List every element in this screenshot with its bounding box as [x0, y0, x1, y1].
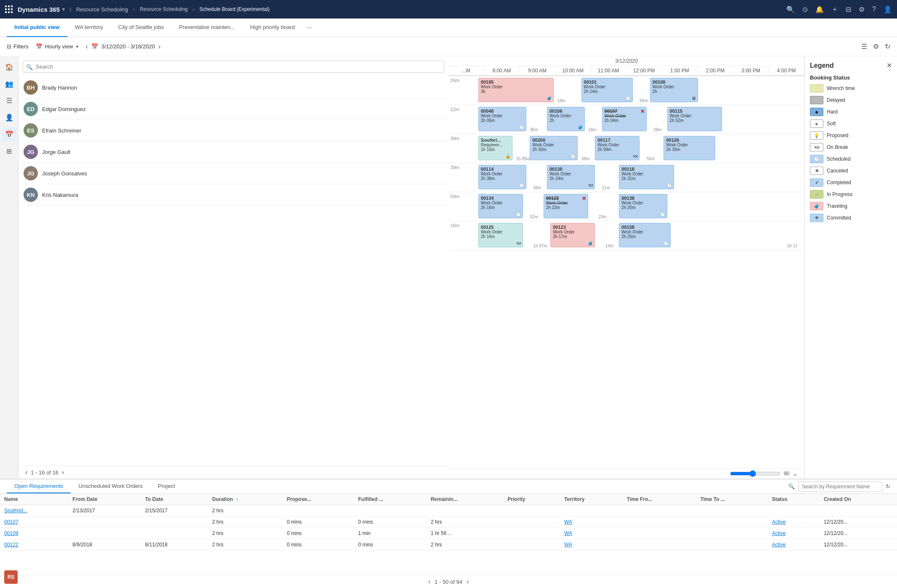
cell-name[interactable]: 00107	[0, 516, 68, 528]
booking-block[interactable]: Southri... Requirem... 1h 15m 🔒	[478, 136, 513, 160]
schedule-date-label: 3/12/2020	[615, 58, 637, 64]
view-selector[interactable]: 📅 Hourly view ▾	[32, 42, 81, 51]
booking-block[interactable]: 00185 Work Order 3h 🧳	[478, 78, 554, 102]
tab-more[interactable]: ···	[303, 24, 316, 32]
booking-block[interactable]: 00138 Work Order 2h 20m 🕐	[619, 194, 667, 218]
refresh-icon[interactable]: ↻	[885, 42, 890, 50]
legend-item-proposed: 💡 Proposed	[810, 131, 892, 140]
tab-open-requirements[interactable]: Open Requirements	[7, 479, 71, 493]
zoom-slider[interactable]	[730, 470, 780, 477]
resource-item[interactable]: ES Efrain Schreiner	[19, 120, 448, 141]
legend-item-delayed: Delayed	[810, 96, 892, 104]
bottom-search-input[interactable]	[798, 482, 882, 492]
help-icon[interactable]: ?	[872, 5, 876, 13]
legend-close-button[interactable]: ✕	[886, 61, 892, 69]
resource-item[interactable]: BH Brady Hannon	[19, 77, 448, 98]
tab-unscheduled[interactable]: Unscheduled Work Orders	[71, 479, 150, 493]
tasks-icon[interactable]: ⊙	[802, 5, 808, 13]
new-icon[interactable]: ＋	[831, 5, 838, 14]
booking-block[interactable]: 00126 Work Order 2h 30m	[663, 136, 715, 160]
tab-city-seattle[interactable]: City of Seattle jobs	[111, 19, 171, 37]
resource-item[interactable]: ED Edgar Dominguez	[19, 98, 448, 120]
filter-icon[interactable]: ⊟	[846, 5, 851, 13]
booking-block[interactable]: 00114 Work Order 2h 38m 🕐	[478, 165, 526, 189]
search-input[interactable]	[23, 61, 444, 73]
legend-label: Scheduled	[827, 156, 851, 162]
resource-item[interactable]: JG Joseph Gonsalves	[19, 163, 448, 184]
pagination-next[interactable]: ›	[62, 469, 64, 476]
legend-item-committed: 👁 Committed	[810, 214, 892, 222]
user-icon[interactable]: 👤	[884, 5, 892, 13]
tab-high-priority[interactable]: High priority board	[242, 19, 302, 37]
col-time-from: Time Fro...	[623, 494, 696, 505]
booking-block[interactable]: 00158 Work Order 2h 26m 🕐	[619, 223, 670, 247]
grid-icon[interactable]: ⊞	[2, 144, 16, 158]
legend-title: Legend	[810, 62, 834, 69]
booking-block[interactable]: 00118 Work Order 2h 31m 🕐	[619, 165, 674, 189]
booking-block[interactable]: 00125 Work Order 2h 16m 🍽	[478, 223, 523, 247]
booking-block[interactable]: 00100 Work Order 2h 🖥	[650, 78, 698, 102]
tab-wa-territory[interactable]: WA territory	[67, 19, 111, 37]
booking-block[interactable]: 00106 Work Order 2h 🧳	[547, 107, 585, 131]
schedule-row: 59m 00134 Work Order 2h 16m 🕐 00122	[448, 192, 804, 221]
list-view-icon[interactable]: ☰	[861, 42, 867, 50]
booking-block[interactable]: 00048 Work Order 2h 05m 🕐	[478, 107, 526, 131]
settings2-icon[interactable]: ⚙	[873, 42, 879, 50]
cell-status[interactable]: Active	[768, 516, 820, 528]
cell-status[interactable]: Active	[768, 539, 820, 551]
booking-block[interactable]: 00115 Work Order 2h 52m	[667, 107, 722, 131]
app-title-chevron[interactable]: ▾	[62, 7, 65, 12]
time-slot-header: ...M	[448, 66, 484, 75]
next-date-button[interactable]: ›	[158, 43, 160, 50]
cell-territory[interactable]: WA	[560, 528, 623, 539]
legend-swatch: ●	[810, 108, 823, 116]
resource-item[interactable]: JG Jorge Gault	[19, 141, 448, 163]
booking-block[interactable]: 00107 Work Order 2h 04m ✕	[602, 107, 647, 131]
avatar: JG	[24, 145, 38, 159]
filters-button[interactable]: ⊟ Filters	[7, 43, 28, 50]
booking-block[interactable]: 00200 Work Order 2h 30m 🕐	[530, 136, 578, 160]
cancel-x-icon: ✕	[582, 196, 586, 201]
booking-block[interactable]: 00130 Work Order 2h 24m 🍽	[547, 165, 595, 189]
booking-block[interactable]: 00117 Work Order 2h 09m 🍽	[595, 136, 640, 160]
booking-block[interactable]: 00122 Work Order 2h 23m ✕	[544, 194, 588, 218]
waffle-menu[interactable]	[5, 5, 13, 13]
cell-territory[interactable]: WA	[560, 539, 623, 551]
gap-label: 11m	[602, 185, 610, 190]
expand-row-button[interactable]: ⌄	[793, 470, 798, 477]
cell-name[interactable]: Southrid...	[0, 505, 68, 516]
booking-block[interactable]: 00101 Work Order 2h 14m 🕐	[581, 78, 633, 102]
tab-preventative[interactable]: Preventative mainten...	[171, 19, 242, 37]
tab-project[interactable]: Project	[150, 479, 182, 493]
prev-date-button[interactable]: ‹	[86, 43, 88, 50]
home-icon[interactable]: 🏠	[2, 60, 16, 74]
bottom-prev-button[interactable]: ‹	[428, 578, 430, 585]
schedule-area: 3/12/2020 ...M 8:00 AM 9:00 AM 10:00 AM …	[448, 56, 804, 479]
cell-remaining: 1 hr 59 ...	[427, 528, 504, 539]
list-icon[interactable]: ☰	[2, 93, 16, 108]
pagination-prev[interactable]: ‹	[25, 469, 27, 476]
refresh-search-icon[interactable]: ↻	[886, 483, 890, 490]
resource-item[interactable]: KN Kris Nakamura	[19, 184, 448, 206]
settings-icon[interactable]: ⚙	[859, 5, 865, 13]
cell-name[interactable]: 00122	[0, 539, 68, 551]
legend-swatch: ✕	[810, 167, 823, 175]
booking-block[interactable]: 00134 Work Order 2h 16m 🕐	[478, 194, 523, 218]
calendar2-icon[interactable]: 📅	[2, 127, 16, 141]
legend-swatch: 💡	[810, 131, 823, 140]
cell-name[interactable]: 00109	[0, 528, 68, 539]
col-duration[interactable]: Duration ↑	[208, 494, 282, 505]
people-icon[interactable]: 👥	[2, 77, 16, 91]
tab-initial-public[interactable]: Initial public view	[7, 19, 67, 37]
cell-territory[interactable]: WA	[560, 516, 623, 528]
cell-status[interactable]: Active	[768, 528, 820, 539]
search-icon[interactable]: 🔍	[786, 5, 795, 13]
notifications-icon[interactable]: 🔔	[815, 5, 824, 13]
booking-block[interactable]: 00123 Work Order 2h 17m 🧳	[550, 223, 595, 247]
bottom-next-button[interactable]: ›	[467, 578, 469, 585]
breadcrumb1[interactable]: Resource Scheduling	[140, 6, 188, 12]
pagination-label: 1 - 16 of 16	[31, 469, 58, 476]
cell-to-date: 2/15/2017	[141, 505, 208, 516]
time-slot-header: 12:00 PM	[626, 66, 662, 75]
person-icon[interactable]: 👤	[2, 110, 16, 124]
